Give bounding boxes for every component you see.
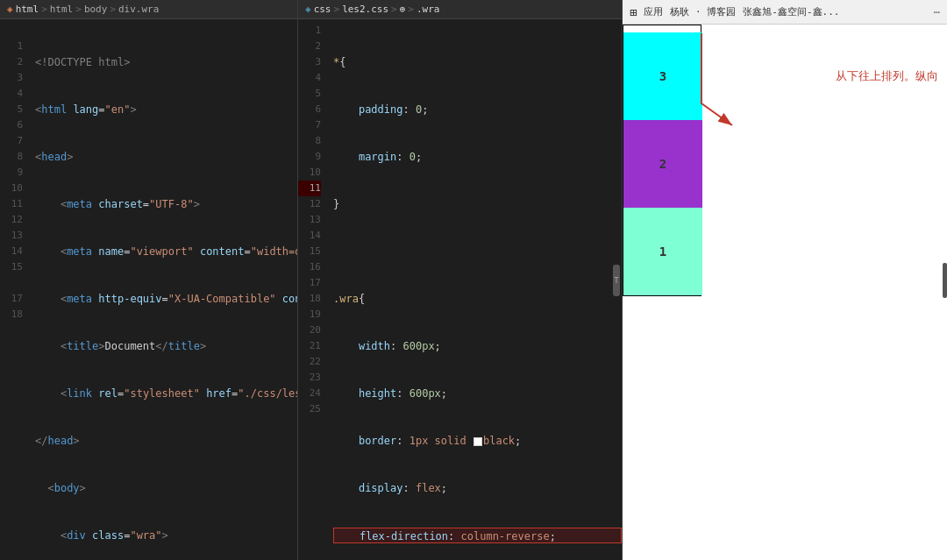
css-icon: ◈ [305, 4, 311, 15]
html-icon: ◈ [7, 4, 13, 15]
breadcrumb-les2css: les2.css [342, 4, 388, 15]
preview-nav-item-3[interactable]: 张鑫旭-鑫空间-鑫... [743, 5, 839, 18]
annotation-text: 从下往上排列。纵向 [836, 68, 938, 84]
preview-nav-item-2[interactable]: 杨耿 · 博客园 [670, 5, 736, 18]
html-code-area: 12345 678910 1112131415 1718 <!DOCTYPE h… [0, 19, 297, 560]
html-panel: ◈ html > html > body > div.wra 12345 678… [0, 0, 298, 560]
preview-top-bar: ⊞ 应用 杨耿 · 博客园 张鑫旭-鑫空间-鑫... ⋯ [623, 0, 947, 25]
css-panel: ◈ css > les2.css > ⊕ > .wra 12345 678910… [298, 0, 623, 560]
breadcrumb-body: body [84, 4, 108, 15]
css-breadcrumb: ◈ css > les2.css > ⊕ > .wra [298, 0, 622, 19]
preview-panel: ⊞ 应用 杨耿 · 博客园 张鑫旭-鑫空间-鑫... ⋯ 1 2 3 [623, 0, 947, 560]
html-code-content: <!DOCTYPE html> <html lang="en"> <head> … [28, 19, 297, 560]
preview-nav-item-1[interactable]: 应用 [644, 5, 663, 18]
content-box-3: 3 [623, 32, 702, 120]
html-line-numbers: 12345 678910 1112131415 1718 [0, 19, 28, 560]
css-code-content: *{ padding: 0; margin: 0; } .wra{ width:… [326, 19, 622, 560]
breadcrumb-wra-class: .wra [417, 4, 440, 15]
preview-content: 1 2 3 从下往上排列。纵向 [623, 25, 947, 560]
breadcrumb-dot-wra: ⊕ [400, 4, 406, 15]
arrow-annotation [684, 25, 859, 200]
html-panel-resize-handle[interactable] [943, 263, 947, 298]
html-breadcrumb: ◈ html > html > body > div.wra [0, 0, 297, 19]
css-line-numbers: 12345 678910 11 1213141516 1718192021 22… [298, 19, 326, 560]
css-panel-resize-handle[interactable]: T [613, 265, 620, 296]
wra-demo-box: 1 2 3 [623, 25, 701, 296]
breadcrumb-html2: html [50, 4, 74, 15]
expand-icon[interactable]: ⋯ [934, 6, 940, 18]
breadcrumb-css: css [314, 4, 331, 15]
apps-icon: ⊞ [630, 5, 637, 19]
css-code-area: 12345 678910 11 1213141516 1718192021 22… [298, 19, 622, 560]
content-box-1: 1 [623, 208, 702, 295]
content-box-2: 2 [623, 120, 702, 208]
breadcrumb-html: html [16, 4, 39, 15]
breadcrumb-div-wra: div.wra [118, 4, 159, 15]
